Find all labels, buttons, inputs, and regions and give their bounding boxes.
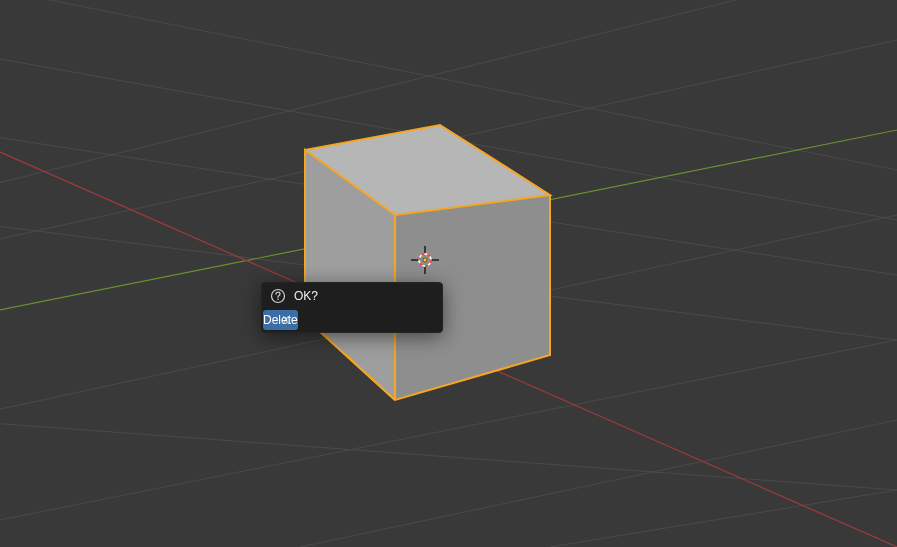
question-icon	[270, 288, 286, 304]
delete-button[interactable]: Delete X	[263, 310, 298, 330]
popup-title: OK?	[294, 289, 318, 303]
viewport-3d[interactable]	[0, 0, 897, 547]
popup-header: OK?	[262, 283, 442, 309]
delete-button-label: Delete	[263, 313, 298, 327]
svg-point-20	[423, 258, 427, 262]
svg-point-26	[277, 299, 279, 301]
confirm-popup: OK? Delete X	[261, 282, 443, 333]
delete-shortcut: X	[282, 314, 289, 326]
